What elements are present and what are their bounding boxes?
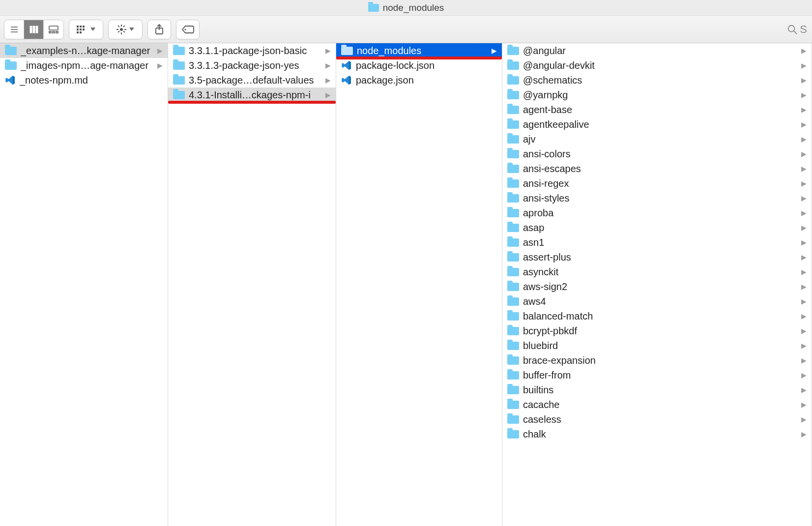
column-view: _examples-n…kage-manager▶_images-npm…age… [0,43,812,526]
share-button[interactable] [147,20,171,39]
disclosure-chevron-icon: ▶ [799,179,809,187]
disclosure-chevron-icon: ▶ [799,283,809,291]
folder-icon [507,106,519,114]
folder-row[interactable]: 3.3.1.1-package-json-basic▶ [168,43,336,58]
row-label: bcrypt-pbkdf [523,325,795,337]
row-label: caseless [523,414,795,425]
folder-icon [5,47,17,55]
svg-rect-12 [77,31,79,33]
folder-row[interactable]: bluebird▶ [502,338,812,353]
folder-icon [507,209,519,217]
row-label: aproba [523,207,795,219]
disclosure-chevron-icon: ▶ [799,209,809,217]
folder-row[interactable]: caseless▶ [502,412,812,427]
row-label: aws4 [523,296,795,307]
folder-row[interactable]: ansi-colors▶ [502,146,812,161]
file-row[interactable]: package.json [336,73,502,88]
folder-row[interactable]: ansi-regex▶ [502,176,812,191]
disclosure-chevron-icon: ▶ [799,415,809,423]
folder-icon [507,283,519,291]
folder-row[interactable]: node_modules▶ [336,43,502,58]
row-label: 3.3.1.3-package-json-yes [189,60,319,71]
folder-row[interactable]: brace-expansion▶ [502,353,812,368]
folder-row[interactable]: buffer-from▶ [502,368,812,382]
folder-icon [507,179,519,188]
toolbar: S [0,16,812,43]
folder-icon [507,120,519,129]
folder-row[interactable]: assert-plus▶ [502,250,812,264]
folder-icon [341,47,353,55]
folder-icon [173,76,185,85]
folder-row[interactable]: @yarnpkg▶ [502,88,812,102]
annotation-underline [168,101,336,104]
folder-row[interactable]: aproba▶ [502,205,812,220]
file-row[interactable]: package-lock.json [336,58,502,73]
folder-row[interactable]: asynckit▶ [502,264,812,279]
folder-row[interactable]: _examples-n…kage-manager▶ [0,43,168,58]
file-row[interactable]: _notes-npm.md [0,73,168,88]
view-icon-columns[interactable] [24,20,44,39]
folder-icon [507,61,519,70]
folder-row[interactable]: agentkeepalive▶ [502,117,812,132]
folder-row[interactable]: @angular▶ [502,43,812,58]
column-1[interactable]: 3.3.1.1-package-json-basic▶3.3.1.3-packa… [168,43,336,526]
svg-rect-21 [116,29,118,30]
column-3[interactable]: @angular▶@angular-devkit▶@schematics▶@ya… [502,43,812,526]
row-label: @schematics [523,75,795,86]
folder-row[interactable]: ansi-styles▶ [502,191,812,205]
folder-row[interactable]: asn1▶ [502,235,812,250]
folder-row[interactable]: 3.3.1.3-package-json-yes▶ [168,58,336,73]
titlebar: node_modules [0,0,812,16]
folder-row[interactable]: 4.3.1-Installi…ckages-npm-i▶ [168,88,336,102]
folder-row[interactable]: builtins▶ [502,382,812,397]
view-icon-list[interactable] [4,20,24,39]
folder-icon [507,327,519,335]
folder-icon [507,165,519,173]
view-icon-gallery[interactable] [44,20,63,39]
folder-row[interactable]: agent-base▶ [502,102,812,117]
row-label: ansi-colors [523,148,795,160]
folder-row[interactable]: ansi-escapes▶ [502,161,812,176]
folder-row[interactable]: bcrypt-pbkdf▶ [502,323,812,338]
folder-row[interactable]: balanced-match▶ [502,309,812,323]
disclosure-chevron-icon: ▶ [799,327,809,335]
row-label: assert-plus [523,252,795,263]
group-by-button[interactable] [69,20,103,39]
window-title: node_modules [383,2,444,13]
row-label: ansi-styles [523,193,795,204]
folder-icon [507,253,519,262]
row-label: @yarnpkg [523,89,795,101]
edit-tags-button[interactable] [176,20,200,39]
folder-row[interactable]: @angular-devkit▶ [502,58,812,73]
disclosure-chevron-icon: ▶ [799,61,809,69]
folder-row[interactable]: _images-npm…age-manager▶ [0,58,168,73]
folder-row[interactable]: ajv▶ [502,132,812,146]
svg-rect-6 [49,26,58,30]
column-2[interactable]: node_modules▶package-lock.jsonpackage.js… [336,43,502,526]
folder-row[interactable]: chalk▶ [502,427,812,441]
folder-row[interactable]: aws4▶ [502,294,812,309]
folder-row[interactable]: @schematics▶ [502,73,812,88]
row-label: package.json [356,75,499,86]
disclosure-chevron-icon: ▶ [799,268,809,276]
row-label: @angular-devkit [523,60,795,71]
folder-row[interactable]: asap▶ [502,220,812,235]
row-label: 4.3.1-Installi…ckages-npm-i [189,89,319,101]
svg-rect-15 [80,31,82,33]
action-menu-button[interactable] [108,20,143,39]
folder-row[interactable]: aws-sign2▶ [502,279,812,294]
svg-rect-26 [117,30,119,32]
row-label: aws-sign2 [523,281,795,292]
disclosure-chevron-icon: ▶ [799,165,809,173]
folder-row[interactable]: cacache▶ [502,397,812,412]
folder-icon [173,47,185,55]
svg-rect-7 [49,31,51,33]
row-label: asn1 [523,237,795,248]
folder-icon [507,91,519,99]
column-0[interactable]: _examples-n…kage-manager▶_images-npm…age… [0,43,168,526]
folder-row[interactable]: 3.5-package…default-values▶ [168,73,336,88]
svg-rect-23 [117,25,119,27]
folder-icon [173,91,185,99]
row-label: builtins [523,384,795,396]
search-field[interactable]: S [787,23,808,36]
